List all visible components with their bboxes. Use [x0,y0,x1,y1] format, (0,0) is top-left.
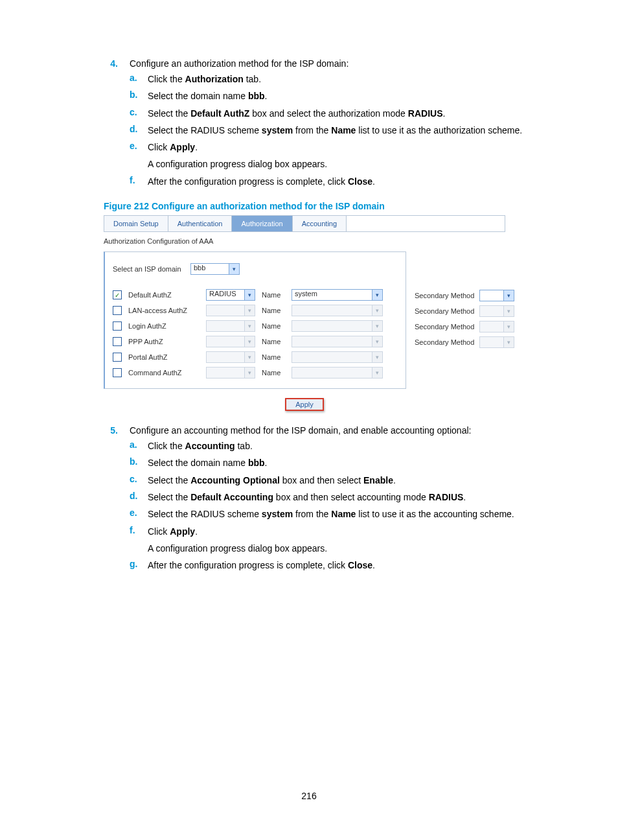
s4a: Click the Authorization tab. [148,73,556,86]
chevron-down-icon[interactable]: ▾ [504,290,514,301]
authz-label-5: Command AuthZ [128,369,200,377]
chevron-down-icon: ▾ [245,351,255,363]
s5f-m: f. [130,525,148,538]
s5c: Select the Accounting Optional box and t… [148,474,556,487]
s5b: Select the domain name bbb. [148,456,556,469]
chevron-down-icon: ▾ [372,367,383,379]
s5c-m: c. [130,474,148,487]
name-select-3 [292,336,372,347]
secondary-select-3 [479,336,504,348]
s5d-m: d. [130,491,148,504]
chevron-down-icon: ▾ [245,336,255,347]
checkbox-3[interactable] [113,337,122,346]
chevron-down-icon: ▾ [372,320,383,332]
checkbox-2[interactable] [113,321,122,331]
name-label-1: Name [262,307,285,314]
mode-select-3 [206,336,245,347]
checkbox-0[interactable] [113,290,122,299]
chevron-down-icon: ▾ [372,336,383,347]
chevron-down-icon: ▾ [372,351,383,363]
checkbox-5[interactable] [113,368,122,377]
select-domain-label: Select an ISP domain [113,265,184,273]
s4f-m: f. [130,175,148,188]
tab-authentication[interactable]: Authentication [168,216,233,231]
s5f: Click Apply. [148,525,556,538]
s4f: After the configuration progress is comp… [148,175,556,188]
s4e: Click Apply. [148,141,556,154]
step-5-intro: Configure an accounting method for the I… [130,425,556,436]
name-label-0: Name [262,291,285,299]
s4e-sub: A configuration progress dialog box appe… [130,158,556,170]
s5b-m: b. [130,456,148,469]
authz-label-4: Portal AuthZ [128,353,200,361]
chevron-down-icon: ▾ [504,336,514,348]
name-select-5 [292,367,372,379]
step-5-marker: 5. [62,425,130,576]
chevron-down-icon: ▾ [245,320,255,332]
secondary-select-0[interactable] [479,290,504,301]
subtitle: Authorization Configuration of AAA [104,237,505,245]
s5a-m: a. [130,439,148,452]
s5g-m: g. [130,559,148,572]
checkbox-1[interactable] [113,306,122,315]
chevron-down-icon[interactable]: ▾ [229,263,240,275]
secondary-label-1: Secondary Method [415,307,474,315]
tab-authorization[interactable]: Authorization [232,216,292,231]
name-select-0[interactable]: system [292,289,372,301]
step-4-intro: Configure an authorization method for th… [130,58,556,69]
chevron-down-icon: ▾ [372,305,383,316]
apply-button[interactable]: Apply [285,398,324,411]
chevron-down-icon[interactable]: ▾ [245,289,255,301]
secondary-label-3: Secondary Method [415,338,474,346]
chevron-down-icon: ▾ [504,305,514,317]
s4e-m: e. [130,141,148,154]
tab-domain-setup[interactable]: Domain Setup [104,216,168,231]
step-4-marker: 4. [62,58,130,192]
name-label-2: Name [262,322,285,330]
name-label-4: Name [262,353,285,361]
s4d-m: d. [130,124,148,137]
mode-select-2 [206,320,245,332]
s4d: Select the RADIUS scheme system from the… [148,124,556,137]
s5g: After the configuration progress is comp… [148,559,556,572]
mode-select-5 [206,367,245,379]
checkbox-4[interactable] [113,353,122,362]
tab-accounting[interactable]: Accounting [293,216,347,231]
domain-select[interactable]: bbb [190,263,229,275]
chevron-down-icon: ▾ [245,305,255,316]
secondary-label-0: Secondary Method [415,292,474,299]
s4b-m: b. [130,89,148,102]
figure-caption: Figure 212 Configure an authorization me… [104,201,556,211]
mode-select-0[interactable]: RADIUS [206,289,245,301]
s5f-sub: A configuration progress dialog box appe… [130,542,556,555]
secondary-label-2: Secondary Method [415,323,474,331]
tab-blank [347,216,505,231]
chevron-down-icon[interactable]: ▾ [372,289,383,301]
s4c-m: c. [130,107,148,120]
s5a: Click the Accounting tab. [148,439,556,452]
secondary-select-2 [479,321,504,332]
name-select-4 [292,351,372,363]
authz-label-3: PPP AuthZ [128,338,200,345]
name-label-5: Name [262,369,285,377]
s4b: Select the domain name bbb. [148,89,556,102]
authz-label-1: LAN-access AuthZ [128,307,200,314]
name-label-3: Name [262,338,285,345]
authz-label-0: Default AuthZ [128,291,200,299]
s5e: Select the RADIUS scheme system from the… [148,508,556,520]
s4c: Select the Default AuthZ box and select … [148,107,556,120]
s5d: Select the Default Accounting box and th… [148,491,556,504]
authz-label-2: Login AuthZ [128,322,200,330]
s4a-m: a. [130,73,148,86]
name-select-1 [292,305,372,316]
name-select-2 [292,320,372,332]
s5e-m: e. [130,508,148,520]
mode-select-4 [206,351,245,363]
page-number: 216 [0,791,618,801]
chevron-down-icon: ▾ [504,321,514,332]
mode-select-1 [206,305,245,316]
secondary-select-1 [479,305,504,317]
chevron-down-icon: ▾ [245,367,255,379]
screenshot: Domain Setup Authentication Authorizatio… [104,215,505,411]
